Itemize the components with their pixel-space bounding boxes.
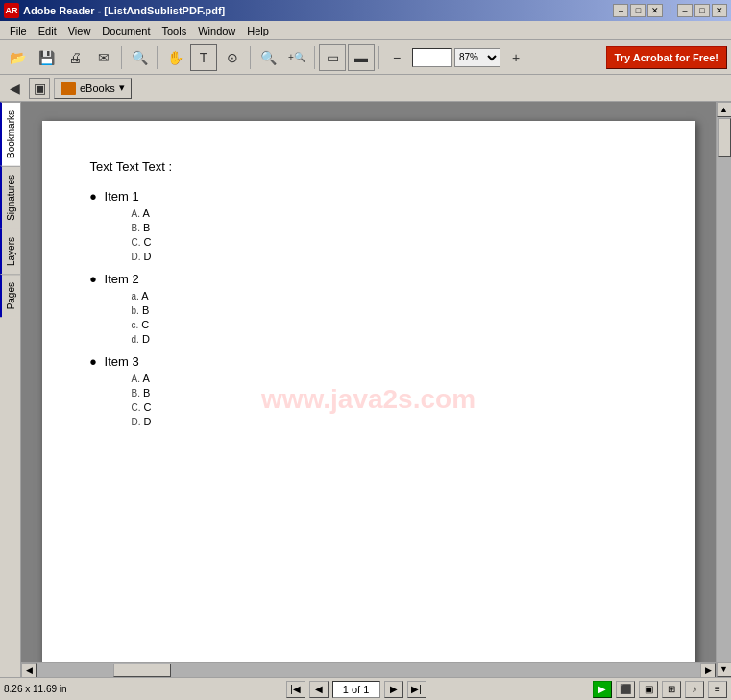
sidebar: Bookmarks Signatures Layers Pages bbox=[0, 102, 21, 677]
list-item: D. D bbox=[132, 416, 152, 427]
list-item: • Item 1 A. A B. B C. C D. D bbox=[90, 189, 647, 266]
print-button[interactable]: 🖨 bbox=[61, 44, 88, 71]
window-controls: – □ ✕ | – □ ✕ bbox=[613, 4, 727, 17]
scroll-down-button[interactable]: ▼ bbox=[717, 662, 732, 677]
open-button[interactable]: 📂 bbox=[4, 44, 31, 71]
main-toolbar: 📂 💾 🖨 ✉ 🔍 ✋ T ⊙ 🔍 +🔍 ▭ ▬ − 87% 87% 50% 7… bbox=[0, 40, 731, 75]
separator-2 bbox=[157, 46, 158, 69]
scroll-right-button[interactable]: ▶ bbox=[700, 663, 716, 678]
item-1-label: Item 1 bbox=[105, 189, 139, 204]
sublist-1: A. A B. B C. C D. D bbox=[132, 207, 152, 262]
ebooks-icon bbox=[61, 82, 76, 95]
document-scroll-area[interactable]: www.java2s.com Text Text Text : • Item 1… bbox=[21, 102, 716, 662]
document-area: www.java2s.com Text Text Text : • Item 1… bbox=[21, 102, 716, 677]
toolbar2-btn2[interactable]: ▣ bbox=[29, 78, 50, 99]
item-content: Item 3 A. A B. B C. C D. D bbox=[105, 354, 152, 431]
sidebar-tab-bookmarks[interactable]: Bookmarks bbox=[0, 102, 20, 166]
first-page-button[interactable]: |◀ bbox=[286, 681, 305, 698]
prev-page-button[interactable]: ◀ bbox=[309, 681, 329, 698]
zoom-out-button[interactable]: 🔍 bbox=[255, 44, 281, 71]
inner-maximize-button[interactable]: □ bbox=[694, 4, 710, 17]
vertical-scroll-track[interactable] bbox=[717, 117, 731, 662]
zoom-in-button[interactable]: +🔍 bbox=[283, 44, 310, 71]
fit-button[interactable]: ⊞ bbox=[662, 681, 681, 698]
menu-bar: File Edit View Document Tools Window Hel… bbox=[0, 21, 731, 40]
separator-4 bbox=[314, 46, 315, 69]
bullet-icon: • bbox=[90, 187, 97, 206]
email-button[interactable]: ✉ bbox=[90, 44, 117, 71]
zoom-select[interactable]: 87% 50% 75% 100% 150% bbox=[454, 48, 500, 67]
menu-view[interactable]: View bbox=[62, 23, 97, 38]
item-content: Item 2 a. A b. B c. C d. D bbox=[105, 272, 150, 349]
sidebar-tab-signatures[interactable]: Signatures bbox=[0, 166, 20, 229]
horizontal-scroll-thumb[interactable] bbox=[113, 664, 171, 677]
inner-minimize-button[interactable]: – bbox=[677, 4, 693, 17]
search-button[interactable]: 🔍 bbox=[126, 44, 153, 71]
snapshot-button[interactable]: ⊙ bbox=[219, 44, 246, 71]
zoom-area: 🔍 +🔍 ▭ ▬ − 87% 87% 50% 75% 100% 150% + bbox=[255, 44, 529, 71]
hand-button[interactable]: ✋ bbox=[161, 44, 188, 71]
close-button[interactable]: ✕ bbox=[647, 4, 663, 17]
audio-button[interactable]: ♪ bbox=[685, 681, 704, 698]
list-item: A. A bbox=[132, 207, 152, 219]
vertical-scroll-thumb[interactable] bbox=[718, 118, 731, 157]
sublist-3: A. A B. B C. C D. D bbox=[132, 373, 152, 427]
horizontal-scrollbar[interactable]: ◀ ▶ bbox=[21, 662, 716, 677]
separator-3 bbox=[250, 46, 251, 69]
list-item: C. C bbox=[132, 236, 152, 248]
list-item: D. D bbox=[132, 251, 152, 262]
separator-1 bbox=[121, 46, 122, 69]
zoom-minus-button[interactable]: − bbox=[383, 44, 410, 71]
save-button[interactable]: 💾 bbox=[33, 44, 60, 71]
vertical-scrollbar[interactable]: ▲ ▼ bbox=[716, 102, 731, 677]
scroll-left-button[interactable]: ◀ bbox=[21, 663, 37, 678]
status-right-controls: ▶ ⬛ ▣ ⊞ ♪ ≡ bbox=[593, 681, 727, 698]
ebooks-chevron: ▾ bbox=[119, 82, 125, 94]
list-item: B. B bbox=[132, 387, 152, 398]
scroll-up-button[interactable]: ▲ bbox=[717, 102, 732, 117]
page-dimensions: 8.26 x 11.69 in bbox=[4, 684, 119, 694]
toolbar2-btn1[interactable]: ◀ bbox=[4, 78, 25, 99]
sublist-2: a. A b. B c. C d. D bbox=[132, 290, 150, 345]
menu-window[interactable]: Window bbox=[192, 23, 241, 38]
more-button[interactable]: ≡ bbox=[708, 681, 727, 698]
list-item: d. D bbox=[132, 333, 150, 345]
app-icon: AR bbox=[4, 3, 19, 18]
title-bar: AR Adobe Reader - [ListAndSublistPDF.pdf… bbox=[0, 0, 731, 21]
bullet-icon: • bbox=[90, 270, 97, 289]
menu-edit[interactable]: Edit bbox=[33, 23, 62, 38]
inner-close-button[interactable]: ✕ bbox=[712, 4, 727, 17]
page-input[interactable] bbox=[332, 681, 380, 698]
stop-button[interactable]: ⬛ bbox=[616, 681, 635, 698]
sidebar-tab-layers[interactable]: Layers bbox=[0, 229, 20, 274]
last-page-button[interactable]: ▶| bbox=[407, 681, 426, 698]
zoom-input[interactable]: 87% bbox=[412, 48, 452, 67]
sidebar-tab-pages[interactable]: Pages bbox=[0, 274, 20, 317]
fit-page-button[interactable]: ▭ bbox=[319, 44, 346, 71]
menu-help[interactable]: Help bbox=[241, 23, 275, 38]
page-navigation: |◀ ◀ ▶ ▶| bbox=[123, 681, 589, 698]
text-button[interactable]: T bbox=[190, 44, 217, 71]
menu-file[interactable]: File bbox=[4, 23, 33, 38]
item-2-label: Item 2 bbox=[105, 272, 139, 286]
ebooks-button[interactable]: eBooks ▾ bbox=[54, 78, 132, 99]
ebooks-label: eBooks bbox=[80, 83, 115, 94]
separator-5 bbox=[378, 46, 379, 69]
list-item: B. B bbox=[132, 222, 152, 233]
menu-tools[interactable]: Tools bbox=[157, 23, 193, 38]
secondary-toolbar: ◀ ▣ eBooks ▾ bbox=[0, 75, 731, 102]
menu-document[interactable]: Document bbox=[96, 23, 156, 38]
view-toggle-button[interactable]: ▣ bbox=[639, 681, 658, 698]
play-button[interactable]: ▶ bbox=[593, 681, 612, 698]
list-item: A. A bbox=[132, 373, 152, 384]
minimize-button[interactable]: – bbox=[613, 4, 628, 17]
next-page-button[interactable]: ▶ bbox=[384, 681, 403, 698]
zoom-plus-button[interactable]: + bbox=[502, 44, 529, 71]
pdf-page: www.java2s.com Text Text Text : • Item 1… bbox=[42, 121, 695, 662]
try-acrobat-button[interactable]: Try Acrobat for Free! bbox=[606, 46, 727, 69]
item-content: Item 1 A. A B. B C. C D. D bbox=[105, 189, 152, 266]
fit-width-button[interactable]: ▬ bbox=[348, 44, 375, 71]
horizontal-scroll-track[interactable] bbox=[37, 663, 700, 677]
status-bar: 8.26 x 11.69 in |◀ ◀ ▶ ▶| ▶ ⬛ ▣ ⊞ ♪ ≡ bbox=[0, 677, 731, 700]
maximize-button[interactable]: □ bbox=[630, 4, 646, 17]
